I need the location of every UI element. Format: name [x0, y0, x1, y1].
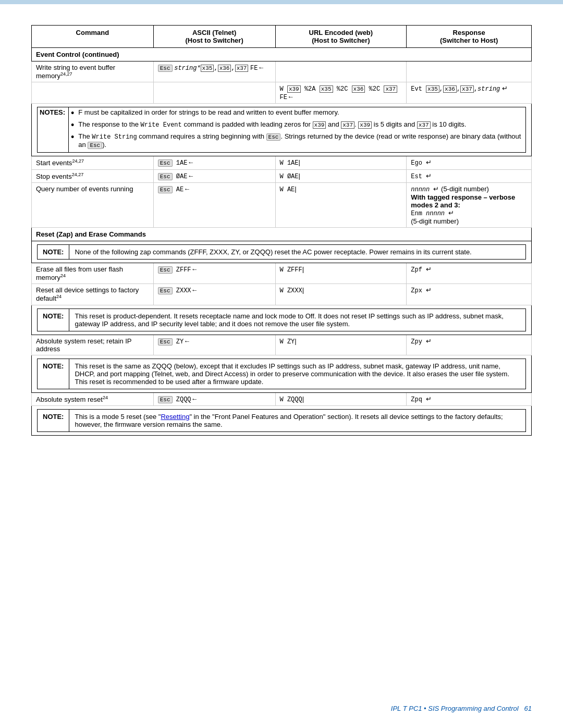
- write-string-url-val: W x39 %2A x35 %2C x36 %2C x37 FE: [275, 82, 407, 104]
- section-event-control: Event Control (continued): [32, 48, 532, 61]
- write-string-ascii: Esc string*x35,x36,x37 FE: [153, 61, 275, 82]
- row-start-events: Start events24,27 Esc 1AE W 1AE Ego: [32, 156, 532, 169]
- resetting-link[interactable]: Resetting: [161, 413, 189, 421]
- factory-note-text: This reset is product-dependent. It rese…: [69, 309, 526, 331]
- row-reset-factory: Reset all device settings to factory def…: [32, 284, 532, 305]
- erase-flash-response: Zpf: [407, 263, 532, 283]
- abs-reset-url: W ZQQQ: [275, 392, 407, 405]
- top-bar: [0, 0, 563, 4]
- erase-flash-desc: Erase all files from user flash memory24: [32, 263, 154, 283]
- row-retain-ip-note: NOTE: This reset is the same as ZQQQ (be…: [32, 355, 532, 392]
- note-item-2: • The response to the Write Event comman…: [71, 120, 523, 130]
- reset-factory-response: Zpx: [407, 284, 532, 305]
- notes-label: NOTES:: [38, 107, 69, 153]
- row-abs-reset-note: NOTE: This is a mode 5 reset (see "Reset…: [32, 405, 532, 435]
- note-label-retain-ip: NOTE:: [38, 359, 69, 389]
- note-item-1: • F must be capitalized in order for str…: [71, 108, 523, 118]
- header-ascii: ASCII (Telnet) (Host to Switcher): [153, 26, 275, 48]
- retain-ip-note-text: This reset is the same as ZQQQ (below), …: [69, 359, 526, 389]
- write-string-url: [275, 61, 407, 82]
- erase-flash-url: W ZFFF: [275, 263, 407, 283]
- stop-events-desc: Stop events24,27: [32, 169, 154, 182]
- query-events-ascii: Esc AE: [153, 182, 275, 227]
- write-string-response: [407, 61, 532, 82]
- abs-reset-desc: Absolute system reset24: [32, 392, 154, 405]
- abs-reset-note-text: This is a mode 5 reset (see "Resetting" …: [69, 409, 526, 431]
- row-zap-note: NOTE: None of the following zap commands…: [32, 241, 532, 263]
- stop-events-ascii: Esc ØAE: [153, 169, 275, 182]
- esc-key: Esc: [158, 65, 173, 72]
- zap-note-content: NOTE: None of the following zap commands…: [32, 241, 532, 263]
- abs-reset-ascii: Esc ZQQQ: [153, 392, 275, 405]
- write-string-sup: 24,27: [60, 71, 72, 77]
- header-response: Response (Switcher to Host): [407, 26, 532, 48]
- start-events-response: Ego: [407, 156, 532, 169]
- note-item-3: • The Write String command requires a st…: [71, 132, 523, 149]
- query-events-desc: Query number of events running: [32, 182, 154, 227]
- note-label-factory: NOTE:: [38, 309, 69, 331]
- notes-list: • F must be capitalized in order for str…: [71, 108, 523, 149]
- header-command: Command: [32, 26, 154, 48]
- footer-text: IPL T PC1 • SIS Programming and Control: [391, 705, 519, 712]
- main-table: Command ASCII (Telnet) (Host to Switcher…: [31, 25, 532, 436]
- reset-factory-url: W ZXXX: [275, 284, 407, 305]
- query-events-response: nnnnn (5-digit number) With tagged respo…: [407, 182, 532, 227]
- row-retain-ip: Absolute system reset; retain IP address…: [32, 335, 532, 355]
- note-label-abs-reset: NOTE:: [38, 409, 69, 431]
- start-events-url: W 1AE: [275, 156, 407, 169]
- stop-events-response: Est: [407, 169, 532, 182]
- page-content: Command ASCII (Telnet) (Host to Switcher…: [0, 4, 563, 467]
- row-query-events: Query number of events running Esc AE W …: [32, 182, 532, 227]
- zap-note-text: None of the following zap commands (ZFFF…: [69, 244, 526, 259]
- note-1-text: F must be capitalized in order for strin…: [78, 108, 339, 116]
- start-events-desc: Start events24,27: [32, 156, 154, 169]
- abs-reset-response: Zpq: [407, 392, 532, 405]
- write-string-response-val: Evt x35,x36,x37,string: [407, 82, 532, 104]
- erase-flash-ascii: Esc ZFFF: [153, 263, 275, 283]
- row-write-string: Write string to event buffer memory24,27…: [32, 61, 532, 82]
- footer-page: 61: [524, 705, 532, 712]
- row-stop-events: Stop events24,27 Esc ØAE W ØAE Est: [32, 169, 532, 182]
- retain-ip-desc: Absolute system reset; retain IP address: [32, 335, 154, 355]
- query-events-url: W AE: [275, 182, 407, 227]
- section-reset-title: Reset (Zap) and Erase Commands: [32, 227, 532, 241]
- retain-ip-url: W ZY: [275, 335, 407, 355]
- note-2-text: The response to the Write Event command …: [78, 120, 466, 129]
- retain-ip-note-content: NOTE: This reset is the same as ZQQQ (be…: [32, 355, 532, 392]
- write-string-desc: Write string to event buffer memory24,27: [32, 61, 154, 82]
- retain-ip-response: Zpy: [407, 335, 532, 355]
- row-erase-flash: Erase all files from user flash memory24…: [32, 263, 532, 283]
- row-write-string-url: W x39 %2A x35 %2C x36 %2C x37 FE Evt x35…: [32, 82, 532, 104]
- section-event-control-title: Event Control (continued): [32, 48, 532, 61]
- table-header-row: Command ASCII (Telnet) (Host to Switcher…: [32, 26, 532, 48]
- row-notes-event: NOTES: • F must be capitalized in order …: [32, 104, 532, 156]
- abs-reset-note-content: NOTE: This is a mode 5 reset (see "Reset…: [32, 405, 532, 435]
- footer: IPL T PC1 • SIS Programming and Control …: [0, 705, 563, 712]
- note-3-text: The Write String command requires a stri…: [78, 132, 523, 149]
- section-reset: Reset (Zap) and Erase Commands: [32, 227, 532, 241]
- reset-factory-ascii: Esc ZXXX: [153, 284, 275, 305]
- retain-ip-ascii: Esc ZY: [153, 335, 275, 355]
- notes-event-content: NOTES: • F must be capitalized in order …: [32, 104, 532, 156]
- row-abs-reset: Absolute system reset24 Esc ZQQQ W ZQQQ …: [32, 392, 532, 405]
- start-events-ascii: Esc 1AE: [153, 156, 275, 169]
- header-url: URL Encoded (web) (Host to Switcher): [275, 26, 407, 48]
- stop-events-url: W ØAE: [275, 169, 407, 182]
- row-factory-note: NOTE: This reset is product-dependent. I…: [32, 305, 532, 335]
- factory-note-content: NOTE: This reset is product-dependent. I…: [32, 305, 532, 335]
- note-label-zap: NOTE:: [38, 244, 69, 259]
- reset-factory-desc: Reset all device settings to factory def…: [32, 284, 154, 305]
